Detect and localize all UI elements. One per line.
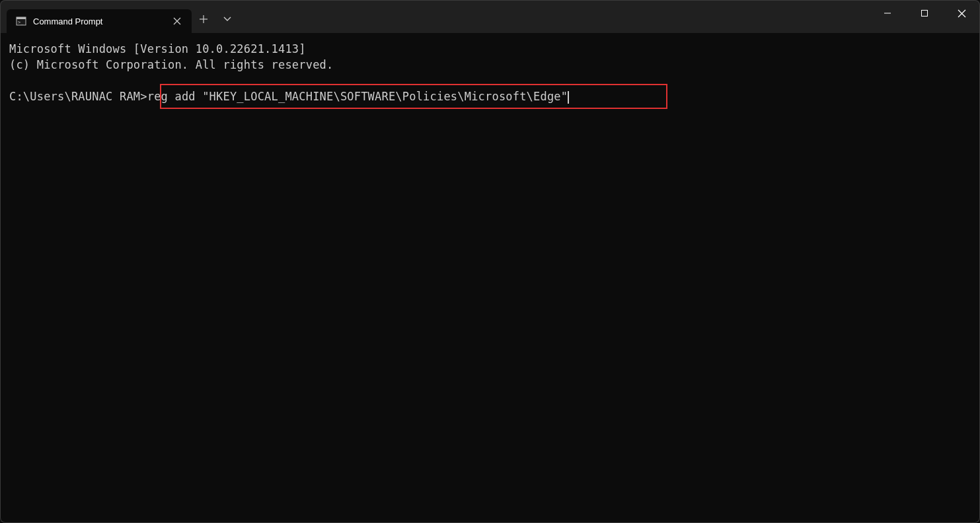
new-tab-button[interactable] [192,7,215,31]
terminal-line: Microsoft Windows [Version 10.0.22621.14… [9,42,306,55]
terminal-output[interactable]: Microsoft Windows [Version 10.0.22621.14… [0,33,980,112]
tab-title: Command Prompt [33,17,164,26]
close-tab-button[interactable] [170,15,184,28]
close-window-button[interactable] [943,0,980,26]
tab-dropdown-button[interactable] [215,7,239,31]
minimize-button[interactable] [869,0,906,26]
maximize-button[interactable] [906,0,943,26]
cmd-icon: >_ [16,16,26,26]
terminal-command: reg add "HKEY_LOCAL_MACHINE\SOFTWARE\Pol… [147,90,568,103]
window-controls [869,0,980,26]
active-tab[interactable]: >_ Command Prompt [7,9,192,33]
svg-rect-8 [922,11,928,17]
svg-rect-1 [17,17,26,19]
titlebar: >_ Command Prompt [0,0,980,33]
svg-text:>_: >_ [18,20,24,25]
terminal-prompt: C:\Users\RAUNAC RAM> [9,90,147,103]
terminal-line: (c) Microsoft Corporation. All rights re… [9,58,333,71]
terminal-cursor [568,91,569,104]
titlebar-actions [192,0,239,33]
